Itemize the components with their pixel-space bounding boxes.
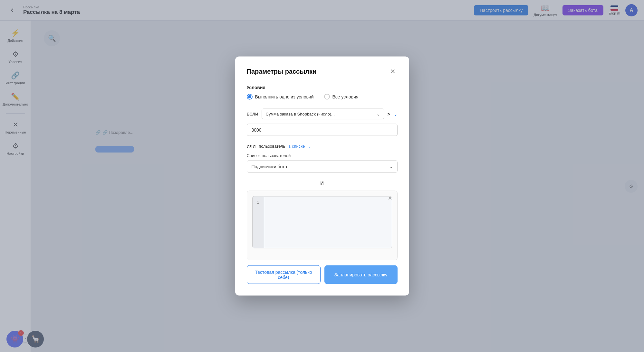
modal-broadcast-params: Параметры рассылки ✕ Условия Выполнить о… — [235, 57, 409, 296]
second-condition-block: ✕ 1 — [247, 191, 398, 260]
radio-all-label: Все условия — [332, 94, 359, 99]
or-label: ИЛИ — [247, 144, 256, 149]
or-list-link[interactable]: в списке — [288, 144, 305, 149]
list-chevron-icon: ⌄ — [389, 164, 393, 169]
user-list-value: Подписчики бота — [252, 164, 287, 169]
operator-chevron-icon[interactable]: ⌄ — [394, 111, 398, 116]
if-condition-row: ЕСЛИ Сумма заказа в Shopback (число)... … — [247, 109, 398, 119]
radio-all-conditions[interactable]: Все условия — [324, 94, 359, 100]
condition-operator: > — [388, 111, 390, 117]
conditions-radio-group: Выполнить одно из условий Все условия — [247, 94, 398, 100]
or-chevron-icon[interactable]: ⌄ — [308, 144, 312, 149]
conditions-section-label: Условия — [247, 85, 398, 90]
modal-header: Параметры рассылки ✕ — [247, 67, 398, 76]
textarea-row: 1 — [252, 196, 392, 248]
line-number: 1 — [253, 197, 264, 248]
radio-all-circle — [324, 94, 330, 100]
field-chevron-icon: ⌄ — [377, 112, 380, 116]
condition-textarea[interactable] — [264, 197, 392, 248]
modal-close-button[interactable]: ✕ — [389, 67, 398, 76]
or-user-label: пользователь — [259, 144, 285, 149]
radio-any-condition[interactable]: Выполнить одно из условий — [247, 94, 314, 100]
or-row: ИЛИ пользователь в списке ⌄ — [247, 144, 398, 149]
user-list-select[interactable]: Подписчики бота ⌄ — [247, 161, 398, 173]
if-label: ЕСЛИ — [247, 112, 258, 116]
condition-field-text: Сумма заказа в Shopback (число)... — [266, 112, 335, 116]
list-section-label: Список пользователей — [247, 153, 398, 158]
radio-any-label: Выполнить одно из условий — [255, 94, 314, 99]
modal-footer: Тестовая рассылка (только себе) Запланир… — [247, 265, 398, 284]
modal-title: Параметры рассылки — [247, 68, 317, 75]
condition-field-select[interactable]: Сумма заказа в Shopback (число)... ⌄ — [262, 109, 384, 119]
schedule-broadcast-button[interactable]: Запланировать рассылку — [324, 265, 398, 284]
radio-any-circle — [247, 94, 253, 100]
second-condition-close-button[interactable]: ✕ — [386, 194, 394, 202]
and-divider: И — [247, 181, 398, 186]
condition-value-input[interactable] — [247, 124, 398, 136]
test-broadcast-button[interactable]: Тестовая рассылка (только себе) — [247, 265, 321, 284]
